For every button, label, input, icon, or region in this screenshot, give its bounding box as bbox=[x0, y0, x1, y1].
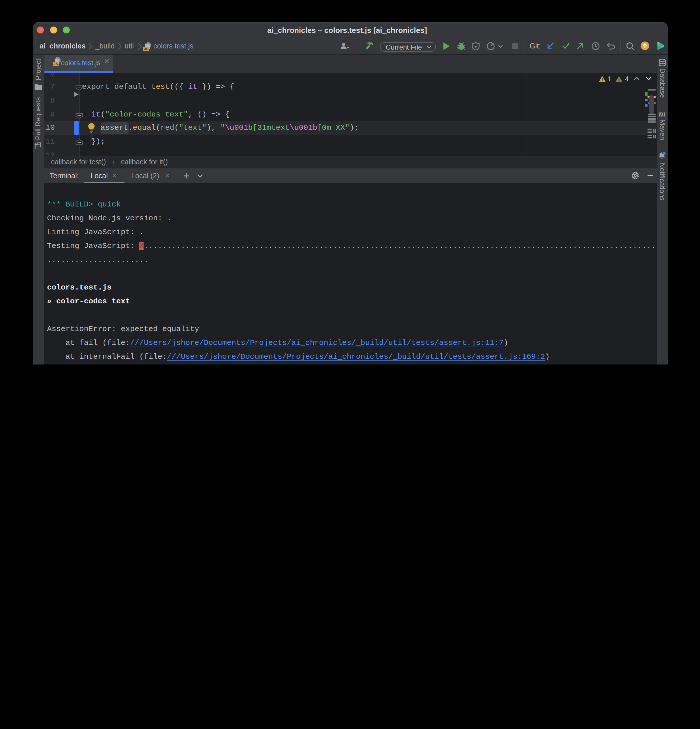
svg-text:JS: JS bbox=[144, 46, 148, 51]
svg-text:JS: JS bbox=[53, 62, 58, 66]
